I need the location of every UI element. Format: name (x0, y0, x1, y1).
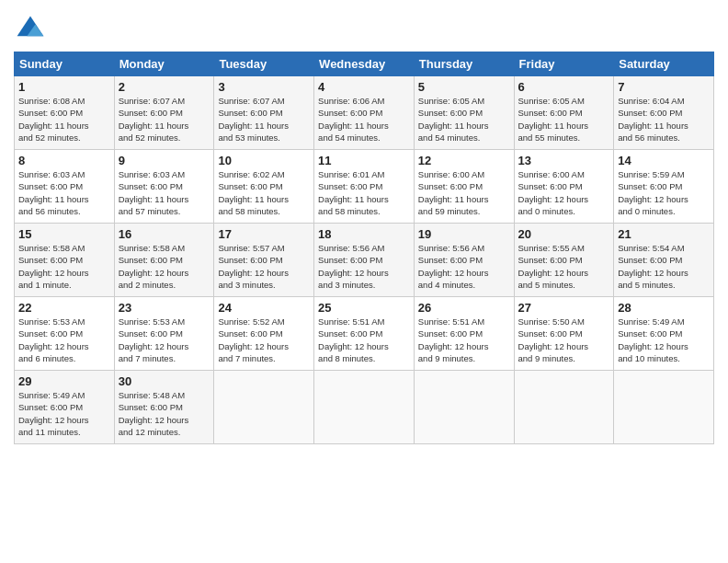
calendar-cell: 27Sunrise: 5:50 AM Sunset: 6:00 PM Dayli… (514, 297, 614, 371)
day-info: Sunrise: 5:49 AM Sunset: 6:00 PM Dayligh… (18, 389, 110, 438)
calendar-cell: 30Sunrise: 5:48 AM Sunset: 6:00 PM Dayli… (114, 371, 214, 444)
col-header-wednesday: Wednesday (314, 52, 415, 76)
calendar-week-3: 15Sunrise: 5:58 AM Sunset: 6:00 PM Dayli… (15, 224, 714, 297)
day-info: Sunrise: 6:07 AM Sunset: 6:00 PM Dayligh… (119, 95, 210, 144)
day-number: 21 (618, 227, 710, 241)
calendar-cell: 15Sunrise: 5:58 AM Sunset: 6:00 PM Dayli… (15, 224, 115, 297)
calendar-body: 1Sunrise: 6:08 AM Sunset: 6:00 PM Daylig… (15, 76, 714, 444)
calendar-cell (514, 371, 614, 444)
calendar-week-1: 1Sunrise: 6:08 AM Sunset: 6:00 PM Daylig… (15, 76, 714, 150)
day-info: Sunrise: 6:00 AM Sunset: 6:00 PM Dayligh… (418, 168, 510, 217)
day-number: 16 (119, 227, 210, 241)
calendar-cell: 1Sunrise: 6:08 AM Sunset: 6:00 PM Daylig… (15, 76, 115, 150)
day-number: 8 (18, 154, 110, 167)
day-number: 11 (318, 154, 410, 167)
day-number: 19 (418, 227, 510, 241)
day-number: 12 (418, 154, 510, 167)
day-info: Sunrise: 5:58 AM Sunset: 6:00 PM Dayligh… (119, 242, 210, 291)
calendar-cell: 25Sunrise: 5:51 AM Sunset: 6:00 PM Dayli… (314, 297, 415, 371)
logo-icon (14, 13, 47, 46)
calendar-cell: 8Sunrise: 6:03 AM Sunset: 6:00 PM Daylig… (15, 150, 115, 224)
day-info: Sunrise: 6:00 AM Sunset: 6:00 PM Dayligh… (518, 168, 610, 217)
calendar-cell: 13Sunrise: 6:00 AM Sunset: 6:00 PM Dayli… (514, 150, 614, 224)
day-info: Sunrise: 6:06 AM Sunset: 6:00 PM Dayligh… (318, 95, 410, 144)
calendar-cell: 29Sunrise: 5:49 AM Sunset: 6:00 PM Dayli… (15, 371, 115, 444)
col-header-monday: Monday (114, 52, 214, 76)
day-info: Sunrise: 6:05 AM Sunset: 6:00 PM Dayligh… (518, 95, 610, 144)
day-info: Sunrise: 5:58 AM Sunset: 6:00 PM Dayligh… (18, 242, 110, 291)
calendar-cell: 22Sunrise: 5:53 AM Sunset: 6:00 PM Dayli… (15, 297, 115, 371)
day-number: 10 (218, 154, 310, 167)
col-header-saturday: Saturday (614, 52, 714, 76)
calendar-cell: 11Sunrise: 6:01 AM Sunset: 6:00 PM Dayli… (314, 150, 415, 224)
day-number: 24 (218, 301, 310, 315)
calendar-cell: 16Sunrise: 5:58 AM Sunset: 6:00 PM Dayli… (114, 224, 214, 297)
day-number: 27 (518, 301, 610, 315)
col-header-thursday: Thursday (414, 52, 514, 76)
day-info: Sunrise: 5:57 AM Sunset: 6:00 PM Dayligh… (218, 242, 310, 291)
calendar-cell: 6Sunrise: 6:05 AM Sunset: 6:00 PM Daylig… (514, 76, 614, 150)
calendar-table: SundayMondayTuesdayWednesdayThursdayFrid… (14, 52, 714, 444)
calendar-cell: 18Sunrise: 5:56 AM Sunset: 6:00 PM Dayli… (314, 224, 415, 297)
day-number: 4 (318, 80, 410, 94)
calendar-cell: 17Sunrise: 5:57 AM Sunset: 6:00 PM Dayli… (214, 224, 314, 297)
day-number: 23 (119, 301, 210, 315)
day-info: Sunrise: 6:01 AM Sunset: 6:00 PM Dayligh… (318, 168, 410, 217)
day-number: 5 (418, 80, 510, 94)
day-number: 26 (418, 301, 510, 315)
day-number: 28 (618, 301, 710, 315)
col-header-tuesday: Tuesday (214, 52, 314, 76)
day-number: 6 (518, 80, 610, 94)
day-number: 9 (119, 154, 210, 167)
day-info: Sunrise: 5:53 AM Sunset: 6:00 PM Dayligh… (18, 316, 110, 364)
calendar-cell: 4Sunrise: 6:06 AM Sunset: 6:00 PM Daylig… (314, 76, 415, 150)
day-info: Sunrise: 5:51 AM Sunset: 6:00 PM Dayligh… (318, 316, 410, 364)
day-number: 22 (18, 301, 110, 315)
day-info: Sunrise: 5:53 AM Sunset: 6:00 PM Dayligh… (119, 316, 210, 364)
day-info: Sunrise: 6:02 AM Sunset: 6:00 PM Dayligh… (218, 168, 310, 217)
calendar-week-2: 8Sunrise: 6:03 AM Sunset: 6:00 PM Daylig… (15, 150, 714, 224)
calendar-cell (314, 371, 415, 444)
calendar-cell: 10Sunrise: 6:02 AM Sunset: 6:00 PM Dayli… (214, 150, 314, 224)
day-number: 30 (119, 374, 210, 388)
calendar-cell: 28Sunrise: 5:49 AM Sunset: 6:00 PM Dayli… (614, 297, 714, 371)
page-header (14, 9, 714, 46)
calendar-week-4: 22Sunrise: 5:53 AM Sunset: 6:00 PM Dayli… (15, 297, 714, 371)
calendar-cell: 5Sunrise: 6:05 AM Sunset: 6:00 PM Daylig… (414, 76, 514, 150)
calendar-cell: 24Sunrise: 5:52 AM Sunset: 6:00 PM Dayli… (214, 297, 314, 371)
calendar-cell (414, 371, 514, 444)
calendar-cell: 20Sunrise: 5:55 AM Sunset: 6:00 PM Dayli… (514, 224, 614, 297)
day-info: Sunrise: 6:08 AM Sunset: 6:00 PM Dayligh… (18, 95, 110, 144)
day-number: 2 (119, 80, 210, 94)
calendar-cell: 26Sunrise: 5:51 AM Sunset: 6:00 PM Dayli… (414, 297, 514, 371)
day-info: Sunrise: 6:03 AM Sunset: 6:00 PM Dayligh… (119, 168, 210, 217)
logo (14, 13, 49, 46)
calendar-cell (614, 371, 714, 444)
calendar-cell: 7Sunrise: 6:04 AM Sunset: 6:00 PM Daylig… (614, 76, 714, 150)
calendar-header: SundayMondayTuesdayWednesdayThursdayFrid… (15, 52, 714, 76)
day-number: 13 (518, 154, 610, 167)
day-number: 7 (618, 80, 710, 94)
day-info: Sunrise: 6:05 AM Sunset: 6:00 PM Dayligh… (418, 95, 510, 144)
calendar-cell: 2Sunrise: 6:07 AM Sunset: 6:00 PM Daylig… (114, 76, 214, 150)
day-info: Sunrise: 5:55 AM Sunset: 6:00 PM Dayligh… (518, 242, 610, 291)
day-number: 14 (618, 154, 710, 167)
day-info: Sunrise: 5:56 AM Sunset: 6:00 PM Dayligh… (418, 242, 510, 291)
day-info: Sunrise: 5:59 AM Sunset: 6:00 PM Dayligh… (618, 168, 710, 217)
day-info: Sunrise: 5:48 AM Sunset: 6:00 PM Dayligh… (119, 389, 210, 438)
col-header-friday: Friday (514, 52, 614, 76)
day-number: 1 (18, 80, 110, 94)
calendar-cell: 19Sunrise: 5:56 AM Sunset: 6:00 PM Dayli… (414, 224, 514, 297)
day-number: 17 (218, 227, 310, 241)
day-number: 15 (18, 227, 110, 241)
day-info: Sunrise: 5:52 AM Sunset: 6:00 PM Dayligh… (218, 316, 310, 364)
day-number: 3 (218, 80, 310, 94)
calendar-cell: 12Sunrise: 6:00 AM Sunset: 6:00 PM Dayli… (414, 150, 514, 224)
day-info: Sunrise: 5:49 AM Sunset: 6:00 PM Dayligh… (618, 316, 710, 364)
day-info: Sunrise: 6:03 AM Sunset: 6:00 PM Dayligh… (18, 168, 110, 217)
calendar-cell: 21Sunrise: 5:54 AM Sunset: 6:00 PM Dayli… (614, 224, 714, 297)
calendar-week-5: 29Sunrise: 5:49 AM Sunset: 6:00 PM Dayli… (15, 371, 714, 444)
day-info: Sunrise: 5:54 AM Sunset: 6:00 PM Dayligh… (618, 242, 710, 291)
day-info: Sunrise: 5:50 AM Sunset: 6:00 PM Dayligh… (518, 316, 610, 364)
calendar-cell: 23Sunrise: 5:53 AM Sunset: 6:00 PM Dayli… (114, 297, 214, 371)
